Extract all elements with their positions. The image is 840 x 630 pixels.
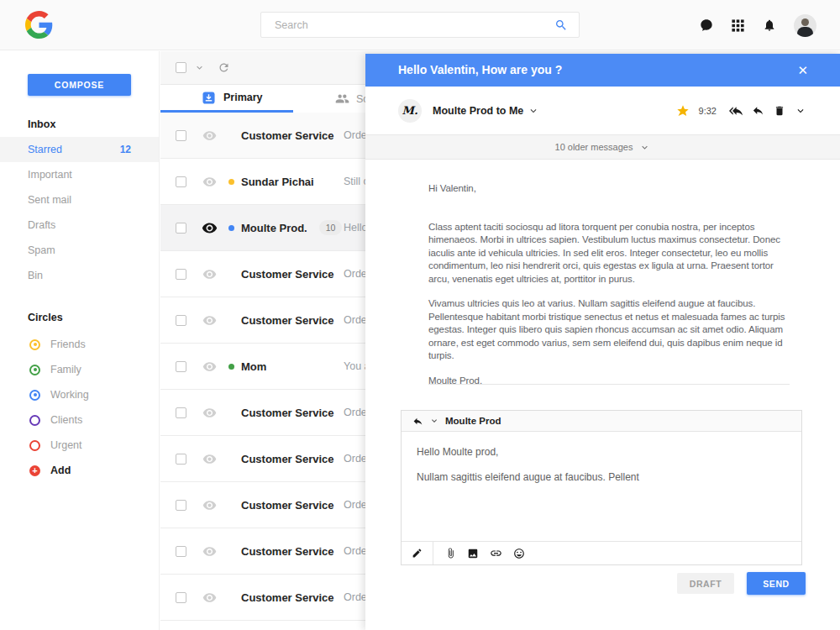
insert-link-icon[interactable] xyxy=(490,547,502,559)
circle-label: Family xyxy=(50,364,81,375)
reply-type-chevron-icon[interactable] xyxy=(429,416,439,426)
circle-ring-dot xyxy=(34,393,37,396)
sidebar-item-sent-mail[interactable]: Sent mail xyxy=(0,187,159,213)
search-input[interactable] xyxy=(261,19,554,31)
row-checkbox[interactable] xyxy=(176,546,186,557)
sender-avatar: M. xyxy=(398,99,422,123)
sidebar: COMPOSE Inbox Starred 12 Important Sent … xyxy=(0,51,160,630)
sidebar-item-important[interactable]: Important xyxy=(0,162,159,187)
circle-label: Working xyxy=(50,389,89,401)
refresh-icon[interactable] xyxy=(218,61,230,74)
tab-primary-label: Primary xyxy=(223,92,263,103)
sender-name: Customer Service xyxy=(241,268,334,281)
sidebar-item-drafts[interactable]: Drafts xyxy=(0,213,159,238)
sender-name: Customer Service xyxy=(241,453,334,465)
circle-item-working[interactable]: Working xyxy=(0,382,159,407)
avatar-face xyxy=(801,18,809,26)
sidebar-item-inbox[interactable]: Inbox xyxy=(0,112,159,137)
sidebar-item-label: Important xyxy=(28,169,72,181)
reply-line: Hello Moulte prod, xyxy=(417,446,785,458)
circle-label: Friends xyxy=(50,339,86,350)
circle-ring-dot xyxy=(34,343,37,346)
reply-line: Nullam sagittis eleifend augue at faucib… xyxy=(417,471,785,483)
insert-emoji-icon[interactable] xyxy=(513,548,525,559)
eye-icon[interactable] xyxy=(200,498,218,512)
row-checkbox[interactable] xyxy=(176,269,186,280)
chat-balloon-icon[interactable] xyxy=(700,18,713,32)
attach-file-icon[interactable] xyxy=(445,548,456,559)
send-button[interactable]: SEND xyxy=(747,572,806,595)
row-checkbox[interactable] xyxy=(176,407,186,418)
circles-list: Friends Family Working Clients Urgent xyxy=(0,332,159,458)
thread-count-badge: 10 xyxy=(319,220,343,235)
eye-icon[interactable] xyxy=(200,591,218,605)
eye-icon[interactable] xyxy=(200,360,218,374)
older-messages-label: 10 older messages xyxy=(555,142,633,152)
star-icon[interactable] xyxy=(676,104,690,118)
row-checkbox[interactable] xyxy=(176,315,186,326)
notifications-bell-icon[interactable] xyxy=(763,18,776,32)
circle-ring-icon xyxy=(29,390,40,401)
eye-icon[interactable] xyxy=(200,220,218,236)
sidebar-item-label: Sent mail xyxy=(28,194,71,206)
eye-icon[interactable] xyxy=(200,129,218,143)
reply-icon[interactable] xyxy=(752,104,764,117)
more-chevron-down-icon[interactable] xyxy=(795,105,806,117)
row-checkbox[interactable] xyxy=(176,361,186,372)
circle-item-clients[interactable]: Clients xyxy=(0,407,159,433)
sender-name: Moulte Prod. xyxy=(241,222,307,234)
close-icon[interactable]: ✕ xyxy=(797,54,808,87)
row-checkbox[interactable] xyxy=(176,176,186,187)
people-icon xyxy=(335,92,349,106)
primary-inbox-icon xyxy=(202,92,215,104)
eye-icon[interactable] xyxy=(200,406,218,420)
circle-item-friends[interactable]: Friends xyxy=(0,332,159,357)
circle-item-urgent[interactable]: Urgent xyxy=(0,433,159,458)
message-subject: Hello Valentin, How are you ? xyxy=(398,63,562,76)
circle-item-family[interactable]: Family xyxy=(0,357,159,382)
sidebar-item-bin[interactable]: Bin xyxy=(0,263,159,288)
search-icon[interactable] xyxy=(554,18,579,32)
sender-name: Customer Service xyxy=(241,545,334,558)
sidebar-item-starred[interactable]: Starred 12 xyxy=(0,137,159,162)
select-all-checkbox[interactable] xyxy=(176,62,186,73)
apps-grid-icon[interactable] xyxy=(731,18,745,33)
sidebar-item-label: Drafts xyxy=(28,219,55,231)
compose-button[interactable]: COMPOSE xyxy=(28,74,131,96)
top-bar xyxy=(0,0,840,50)
unread-dot xyxy=(228,364,234,370)
from-chevron-down-icon[interactable] xyxy=(528,105,539,117)
older-messages-bar[interactable]: 10 older messages xyxy=(365,134,840,160)
draft-button[interactable]: DRAFT xyxy=(677,573,734,594)
sender-name: Customer Service xyxy=(241,129,334,142)
body-paragraph: Vivamus ultricies quis leo at varius. Nu… xyxy=(428,297,790,363)
tab-social[interactable]: So xyxy=(293,85,369,113)
edit-pencil-icon[interactable] xyxy=(402,542,433,564)
sidebar-item-spam[interactable]: Spam xyxy=(0,238,159,263)
circle-ring-dot xyxy=(34,368,37,371)
eye-icon[interactable] xyxy=(200,544,218,559)
reply-text-area[interactable]: Hello Moulte prod, Nullam sagittis eleif… xyxy=(402,432,801,541)
row-checkbox[interactable] xyxy=(176,500,186,511)
select-dropdown-chevron-icon[interactable] xyxy=(194,62,205,73)
row-checkbox[interactable] xyxy=(176,592,186,603)
sidebar-item-label: Bin xyxy=(28,270,43,281)
eye-icon[interactable] xyxy=(200,267,218,281)
avatar-shoulders xyxy=(797,27,813,37)
sender-name: Customer Service xyxy=(241,499,334,512)
row-checkbox[interactable] xyxy=(176,454,186,465)
reply-all-icon[interactable] xyxy=(729,104,743,118)
eye-icon[interactable] xyxy=(200,452,218,466)
row-checkbox[interactable] xyxy=(176,130,186,141)
user-avatar[interactable] xyxy=(794,14,816,37)
reply-toolbar xyxy=(402,541,801,564)
body-divider xyxy=(428,384,790,385)
insert-image-icon[interactable] xyxy=(467,548,479,559)
eye-icon[interactable] xyxy=(200,175,218,189)
eye-icon[interactable] xyxy=(200,313,218,328)
row-checkbox[interactable] xyxy=(176,223,186,234)
delete-icon[interactable] xyxy=(774,105,785,117)
add-circle-button[interactable]: + Add xyxy=(0,458,159,483)
tab-primary[interactable]: Primary xyxy=(160,85,293,113)
sender-name: Customer Service xyxy=(241,407,334,419)
